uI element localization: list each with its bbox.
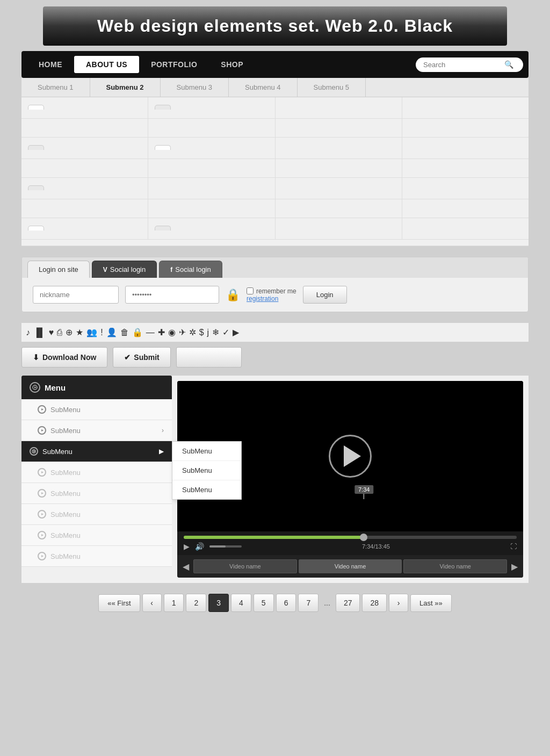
search-input[interactable] [421,60,504,70]
thumb-1[interactable]: Video name [193,559,297,573]
page-btn-27[interactable]: 27 [336,594,360,612]
nav-item-home[interactable]: HOME [27,56,74,73]
svg-marker-9 [41,534,44,536]
login-tab-site[interactable]: Login on site [27,261,90,278]
flyout-item-2[interactable]: SubMenu [172,461,241,480]
icon-eye[interactable]: ◉ [168,327,176,337]
row4-cell2 [148,159,275,177]
row7-cell4 [402,218,529,239]
password-field[interactable] [125,286,219,304]
flyout-item-1[interactable]: SubMenu [172,442,241,461]
page-btn-3[interactable]: 3 [208,594,229,612]
sidebar-item-7[interactable]: SubMenu [21,525,172,546]
icon-print[interactable]: ⎙ [57,328,62,337]
page-btn-28[interactable]: 28 [362,594,387,612]
submit-button[interactable]: ✔ Submit [113,347,170,368]
flyout-item-3[interactable]: SubMenu [172,480,241,499]
tab-r3-1[interactable] [28,145,44,150]
thumb-3[interactable]: Video name [403,559,507,573]
icon-asterisk[interactable]: ✲ [189,327,196,337]
icon-check[interactable]: ✓ [222,327,229,337]
play-triangle-icon [344,445,361,467]
tab-r1-2[interactable] [155,105,171,110]
page-btn-4[interactable]: 4 [231,594,251,612]
fullscreen-icon[interactable]: ⛶ [510,543,517,550]
thumb-next-button[interactable]: ▶ [509,561,520,572]
icon-cursor[interactable]: ✈ [179,327,186,337]
play-button[interactable] [329,435,372,478]
progress-track[interactable] [184,536,517,539]
icon-dollar[interactable]: $ [199,328,204,337]
tab-r1-1[interactable] [28,105,44,110]
svg-marker-2 [41,408,44,411]
icon-trash[interactable]: 🗑 [120,328,129,337]
download-icon: ⬇ [33,353,39,362]
sidebar-item-8[interactable]: SubMenu [21,546,172,567]
row3-cell1 [21,138,148,159]
icon-music[interactable]: ♪ [26,328,30,337]
icon-group[interactable]: 👥 [86,327,97,337]
nav-item-portfolio[interactable]: PORTFOLIO [139,56,209,73]
download-button[interactable]: ⬇ Download Now [21,347,107,368]
thumb-prev-button[interactable]: ◀ [180,561,192,572]
nav-item-about[interactable]: ABOUT US [74,56,139,73]
submenu-1[interactable]: Submenu 1 [21,78,90,97]
volume-icon[interactable]: 🔊 [195,542,204,551]
tab-r7-2[interactable] [155,226,171,231]
sidebar: Menu SubMenu SubMenu › [21,376,172,583]
icon-lock2[interactable]: 🔒 [132,327,143,337]
icon-plus[interactable]: ✚ [158,327,165,337]
icon-globe[interactable]: ⊕ [66,327,73,337]
search-button[interactable]: 🔍 [504,60,513,69]
row5-cell1 [21,178,148,199]
login-button[interactable]: Login [303,286,347,304]
icon-dash[interactable]: — [146,328,155,337]
page-btn-2[interactable]: 2 [186,594,206,612]
page-btn-5[interactable]: 5 [254,594,274,612]
row1-cell2 [148,97,275,118]
submenu-5[interactable]: Submenu 5 [298,78,366,97]
play-pause-icon[interactable]: ▶ [184,542,190,551]
icon-exclaim[interactable]: ! [100,328,103,337]
icon-bars[interactable]: ▐▌ [33,328,46,337]
submenu-2[interactable]: Submenu 2 [90,78,161,97]
sidebar-item-5[interactable]: SubMenu [21,483,172,504]
nav-item-shop[interactable]: SHOP [209,56,255,73]
tab-r3-2[interactable] [155,145,171,150]
login-tab-social1[interactable]: V Social login [92,261,157,278]
submenu-3[interactable]: Submenu 3 [161,78,229,97]
icon-star[interactable]: ★ [76,327,83,337]
registration-link[interactable]: registration [247,295,278,303]
icon-heart[interactable]: ♥ [49,328,54,337]
sidebar-icon-5 [38,489,46,498]
sidebar-item-2[interactable]: SubMenu › [21,420,172,441]
last-button[interactable]: Last »» [410,594,452,612]
tab-r7-1[interactable] [28,226,44,231]
sidebar-item-6[interactable]: SubMenu [21,504,172,525]
main-nav: HOME ABOUT US PORTFOLIO SHOP 🔍 [21,51,529,78]
icon-person[interactable]: 👤 [106,327,117,337]
tab-r5-1[interactable] [28,185,44,190]
volume-bar[interactable] [209,545,242,548]
remember-checkbox[interactable] [247,287,254,294]
progress-thumb[interactable] [360,534,367,541]
icon-j[interactable]: j [207,328,209,337]
sidebar-item-1[interactable]: SubMenu [21,399,172,420]
page-btn-1[interactable]: 1 [164,594,184,612]
content-row-3 [21,138,529,159]
empty-button[interactable] [176,347,242,368]
thumb-2[interactable]: Video name [299,559,402,573]
submenu-4[interactable]: Submenu 4 [229,78,298,97]
first-button[interactable]: «« First [98,594,140,612]
search-box: 🔍 [416,57,523,72]
page-btn-6[interactable]: 6 [276,594,296,612]
icon-arrow-right[interactable]: ▶ [233,327,239,337]
prev-button[interactable]: ‹ [142,594,162,612]
icon-snowflake[interactable]: ❄ [212,327,219,337]
page-btn-7[interactable]: 7 [298,594,319,612]
sidebar-item-4[interactable]: SubMenu [21,462,172,483]
nickname-field[interactable] [33,286,119,304]
login-tab-social2[interactable]: f Social login [159,261,222,278]
sidebar-item-3[interactable]: SubMenu ▶ [21,441,172,462]
next-button[interactable]: › [389,594,408,612]
